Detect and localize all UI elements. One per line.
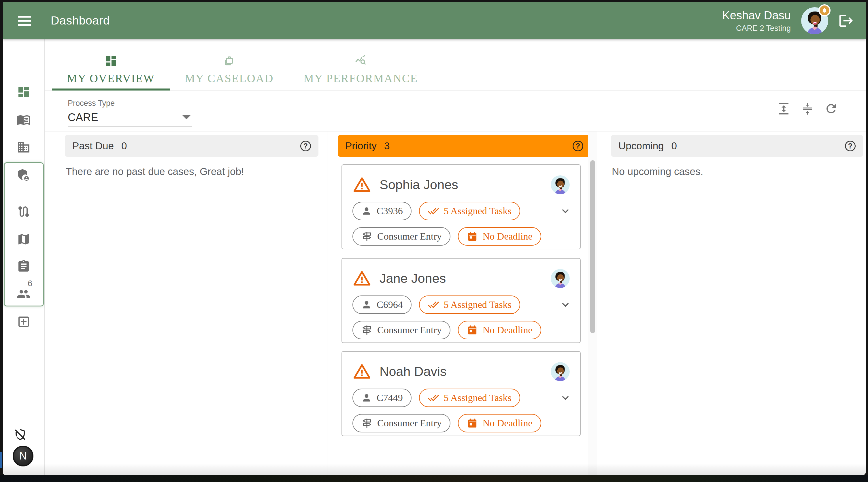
tab-my-caseload[interactable]: MY CASELOAD [170, 47, 288, 90]
process-type-label: Process Type [68, 99, 115, 108]
user-name: Keshav Dasu [722, 8, 791, 23]
process-type-select[interactable]: CARE [68, 108, 192, 127]
board-top-border [45, 131, 866, 131]
process-label: Consumer Entry [377, 231, 442, 242]
expand-all-icon[interactable] [777, 102, 791, 116]
case-id: C3936 [377, 206, 403, 216]
add-box-badge: 6 [28, 279, 32, 288]
map-icon[interactable] [17, 232, 31, 246]
user-block: Keshav Dasu CARE 2 Testing [722, 8, 791, 33]
process-chip: Consumer Entry [352, 227, 451, 246]
column-count: 3 [384, 140, 390, 152]
assigned-tasks-label: 5 Assigned Tasks [444, 206, 512, 216]
calendar-icon [467, 417, 478, 429]
person-icon [361, 206, 372, 216]
warning-icon [353, 176, 371, 194]
help-icon[interactable]: ? [845, 141, 856, 151]
extension-letter: N [19, 450, 27, 462]
deadline-label: No Deadline [483, 418, 532, 429]
tab-my-overview[interactable]: MY OVERVIEW [52, 47, 170, 90]
tab-label: MY CASELOAD [185, 67, 274, 90]
case-card[interactable]: Noah Davis C7449 [341, 351, 581, 436]
overview-tab-icon [104, 54, 118, 67]
past-due-empty-message: There are no past due cases, Great job! [66, 166, 244, 177]
case-card[interactable]: Jane Jones C6964 [341, 258, 581, 343]
signpost-icon [361, 417, 373, 429]
app-bar: Dashboard Keshav Dasu CARE 2 Testing [3, 2, 866, 39]
tab-bar: MY OVERVIEW MY CASELOAD [52, 47, 433, 90]
help-icon[interactable]: ? [300, 141, 311, 151]
assignment-icon[interactable] [17, 260, 31, 273]
menu-book-icon[interactable] [17, 113, 31, 126]
collapse-all-icon[interactable] [801, 102, 814, 116]
priority-scrollbar-track[interactable] [588, 131, 597, 475]
case-avatar [551, 362, 570, 381]
desktop-background-strip [0, 475, 868, 482]
user-avatar[interactable] [801, 7, 828, 34]
shield-off-icon[interactable] [13, 428, 27, 442]
assigned-tasks-chip[interactable]: 5 Assigned Tasks [419, 202, 520, 220]
tab-label: MY PERFORMANCE [304, 67, 418, 90]
process-chip: Consumer Entry [352, 321, 451, 339]
calendar-icon [467, 231, 478, 242]
priority-scrollbar-thumb[interactable] [590, 160, 595, 333]
help-icon[interactable]: ? [572, 141, 583, 151]
process-label: Consumer Entry [377, 418, 442, 429]
dropdown-arrow-icon [182, 115, 190, 119]
upcoming-column-header: Upcoming 0 ? [611, 135, 863, 157]
main-content: MY OVERVIEW MY CASELOAD [45, 39, 866, 475]
dashboard-icon[interactable] [17, 85, 31, 99]
signpost-icon [361, 324, 373, 336]
case-avatar [551, 269, 570, 288]
deadline-label: No Deadline [483, 231, 532, 242]
column-count: 0 [121, 140, 127, 152]
assigned-tasks-chip[interactable]: 5 Assigned Tasks [419, 296, 520, 314]
expand-card-icon[interactable] [559, 204, 572, 218]
person-icon [361, 392, 372, 403]
app-window: Dashboard Keshav Dasu CARE 2 Testing [3, 2, 866, 475]
expand-card-icon[interactable] [559, 298, 572, 311]
page-title: Dashboard [51, 14, 110, 27]
assigned-tasks-chip[interactable]: 5 Assigned Tasks [419, 389, 520, 407]
case-id-chip: C3936 [352, 202, 411, 220]
add-box-icon[interactable] [17, 315, 31, 329]
assigned-tasks-label: 5 Assigned Tasks [444, 392, 512, 403]
caseload-tab-icon [222, 54, 236, 67]
priority-column-header: Priority 3 ? [338, 135, 591, 157]
signpost-icon [361, 231, 373, 242]
case-name: Sophia Jones [379, 177, 458, 192]
menu-icon[interactable] [18, 16, 31, 26]
user-organization: CARE 2 Testing [722, 23, 791, 33]
done-all-icon [428, 392, 439, 403]
done-all-icon [428, 299, 439, 310]
tab-my-performance[interactable]: MY PERFORMANCE [288, 47, 433, 90]
logout-icon[interactable] [838, 13, 854, 29]
expand-card-icon[interactable] [559, 391, 572, 404]
case-name: Jane Jones [379, 271, 446, 286]
process-label: Consumer Entry [377, 325, 442, 336]
deadline-chip: No Deadline [458, 227, 541, 246]
organization-icon[interactable] [17, 141, 31, 154]
case-id: C6964 [377, 299, 403, 310]
left-nav-rail: 6 N [3, 39, 45, 475]
case-id-chip: C6964 [352, 296, 411, 314]
column-title: Upcoming [618, 140, 664, 152]
refresh-icon[interactable] [824, 102, 838, 116]
desktop-edge-accent [0, 452, 2, 468]
window-bottom-shadow [3, 463, 866, 475]
notification-bell-icon[interactable] [818, 4, 831, 17]
case-card[interactable]: Sophia Jones C3936 [341, 164, 581, 249]
column-title: Priority [345, 140, 377, 152]
case-avatar [551, 175, 570, 194]
deadline-chip: No Deadline [458, 414, 541, 432]
deadline-label: No Deadline [483, 325, 532, 336]
column-divider [327, 131, 328, 475]
route-icon[interactable] [17, 205, 31, 218]
deadline-chip: No Deadline [458, 321, 541, 339]
people-icon[interactable] [17, 287, 31, 301]
performance-tab-icon [354, 54, 367, 67]
warning-icon [353, 363, 371, 381]
assigned-tasks-label: 5 Assigned Tasks [444, 299, 512, 310]
done-all-icon [428, 205, 439, 217]
case-id-chip: C7449 [352, 389, 411, 407]
